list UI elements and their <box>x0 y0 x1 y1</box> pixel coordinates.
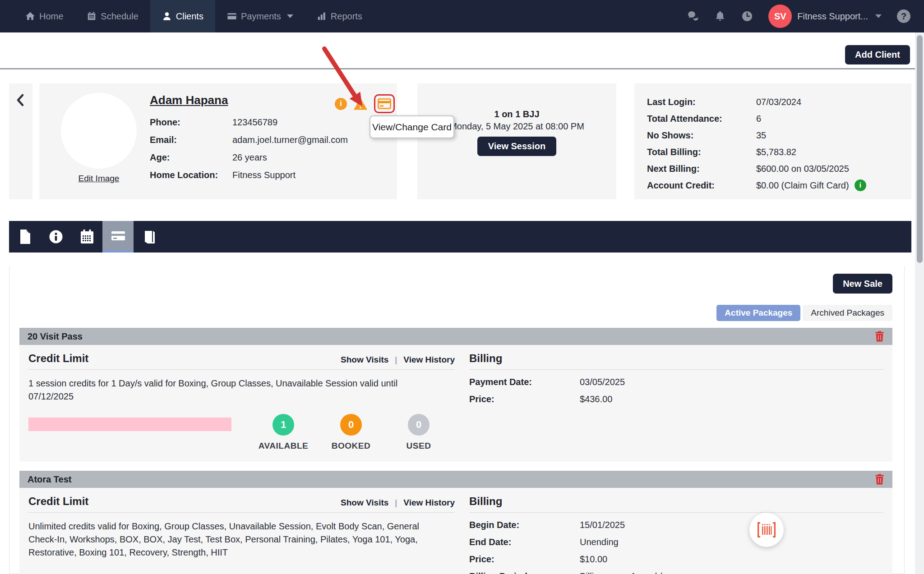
messages-icon[interactable] <box>687 10 699 22</box>
credit-limit-section: Credit Limit Show Visits | View History … <box>28 352 455 451</box>
billing-row-billing-period: Billing Period: Billing every 1 week/s <box>469 571 883 574</box>
calendar-tab-icon <box>80 229 94 244</box>
chevron-down-icon <box>287 14 293 18</box>
nav-label: Reports <box>331 11 362 22</box>
billing-row-end-date: End Date: Unending <box>469 537 883 547</box>
nav-right: SV Fitness Support... ? <box>687 0 924 32</box>
stat-account-credit: Account Credit: $0.00 (Claim Gift Card) … <box>647 180 911 190</box>
nav-item-reports[interactable]: Reports <box>305 0 374 32</box>
package-header: Atora Test <box>19 471 892 488</box>
gift-card-info-icon[interactable]: i <box>855 179 866 191</box>
archived-packages-tab[interactable]: Archived Packages <box>803 305 892 321</box>
help-icon[interactable]: ? <box>897 9 910 23</box>
stat-total-billing: Total Billing: $5,783.82 <box>647 147 911 157</box>
nav-label: Schedule <box>101 11 138 22</box>
new-sale-button[interactable]: New Sale <box>833 274 892 294</box>
info-icon[interactable]: i <box>335 98 347 110</box>
credit-counters: 1 AVAILABLE 0 BOOKED 0 USED <box>249 414 453 451</box>
upcoming-session-card: 1 on 1 BJJ Monday, 5 May 2025 at 08:00 P… <box>417 83 616 199</box>
show-visits-link[interactable]: Show Visits <box>341 355 388 365</box>
account-menu[interactable]: SV Fitness Support... <box>768 5 882 28</box>
client-status-icons: i <box>335 94 395 113</box>
nav-item-payments[interactable]: Payments <box>215 0 305 32</box>
nav-label: Home <box>39 11 63 22</box>
counter-available: 1 AVAILABLE <box>249 414 317 451</box>
card-icon <box>227 11 237 21</box>
nav-item-schedule[interactable]: Schedule <box>75 0 150 32</box>
client-field-home-location: Home Location: Fitness Support <box>150 170 348 180</box>
tab-notes[interactable] <box>134 221 165 253</box>
barcode-icon <box>757 522 776 537</box>
delete-package-button[interactable] <box>875 331 884 342</box>
chevron-down-icon <box>875 14 882 18</box>
nav-item-clients[interactable]: Clients <box>150 0 215 32</box>
active-packages-tab[interactable]: Active Packages <box>716 305 800 321</box>
links-separator: | <box>395 498 397 508</box>
account-name: Fitness Support... <box>797 11 868 22</box>
calendar-icon <box>87 11 97 21</box>
scrollbar-thumb[interactable] <box>917 35 923 263</box>
nav-label: Payments <box>241 11 281 22</box>
nav-item-home[interactable]: Home <box>14 0 75 32</box>
view-session-button[interactable]: View Session <box>477 137 556 156</box>
client-photo <box>61 93 137 169</box>
tab-documents[interactable] <box>9 221 40 253</box>
tab-schedule[interactable] <box>71 221 102 253</box>
view-history-link[interactable]: View History <box>403 498 455 508</box>
person-icon <box>162 11 172 21</box>
warning-icon[interactable] <box>353 97 368 110</box>
package-description: 1 session credits for 1 Day/s valid for … <box>28 377 444 403</box>
avatar: SV <box>768 5 792 28</box>
billing-row-begin-date: Begin Date: 15/01/2025 <box>469 520 883 530</box>
package-body: Credit Limit Show Visits | View History … <box>19 488 892 574</box>
file-icon <box>18 229 32 244</box>
client-summary-row: Edit Image Adam Hapana Phone: 123456789 … <box>0 83 924 199</box>
credit-card-tab-icon <box>111 228 125 243</box>
credit-usage-row: 1 AVAILABLE 0 BOOKED 0 USED <box>28 414 455 451</box>
show-visits-link[interactable]: Show Visits <box>341 498 388 508</box>
view-change-card-button[interactable] <box>374 94 395 113</box>
package-body: Credit Limit Show Visits | View History … <box>19 345 892 462</box>
packages-panel: New Sale Active Packages Archived Packag… <box>9 266 905 574</box>
notifications-bell-icon[interactable] <box>714 10 726 22</box>
bar-chart-icon <box>317 11 327 21</box>
billing-section: Billing Begin Date: 15/01/2025 End Date:… <box>469 495 883 574</box>
credit-limit-title: Credit Limit <box>28 495 88 508</box>
stat-no-shows: No Shows: 35 <box>647 130 911 140</box>
package-atora-test: Atora Test Credit Limit Show Visits | Vi… <box>19 471 892 574</box>
client-field-phone: Phone: 123456789 <box>150 117 348 128</box>
scrollbar-track[interactable] <box>915 32 924 574</box>
package-description: Unlimited credits valid for Boxing, Grou… <box>28 520 444 559</box>
edit-image-link[interactable]: Edit Image <box>61 174 137 184</box>
client-profile-page: Home Schedule Clients Payments Reports <box>0 0 924 574</box>
tab-info[interactable] <box>40 221 71 253</box>
stat-next-billing: Next Billing: $600.00 on 03/05/2025 <box>647 164 911 174</box>
client-info-card: Edit Image Adam Hapana Phone: 123456789 … <box>39 83 397 199</box>
delete-package-button[interactable] <box>875 474 884 485</box>
info-circle-icon <box>49 229 63 244</box>
history-clock-icon[interactable] <box>741 10 753 22</box>
credit-limit-section: Credit Limit Show Visits | View History … <box>28 495 455 574</box>
counter-used: 0 USED <box>385 414 453 451</box>
billing-title: Billing <box>469 352 502 365</box>
client-field-age: Age: 26 years <box>150 152 348 163</box>
chevron-left-icon <box>15 93 27 107</box>
nav-left: Home Schedule Clients Payments Reports <box>0 0 374 32</box>
tab-packages[interactable] <box>102 221 134 253</box>
client-section-tabs <box>9 221 911 253</box>
credit-card-icon <box>378 98 391 109</box>
package-title: Atora Test <box>28 474 71 485</box>
client-field-email: Email: adam.joel.turner@gmail.com <box>150 135 348 145</box>
credit-progress-bar <box>28 418 231 431</box>
add-client-button[interactable]: Add Client <box>845 45 910 64</box>
view-history-link[interactable]: View History <box>403 355 455 365</box>
divider <box>469 369 883 370</box>
client-name-link[interactable]: Adam Hapana <box>150 93 228 107</box>
package-header: 20 Visit Pass <box>19 328 892 345</box>
billing-row-payment-date: Payment Date: 03/05/2025 <box>469 377 883 387</box>
page-header: Add Client <box>0 32 924 69</box>
view-change-card-tooltip: View/Change Card <box>370 115 454 138</box>
scan-barcode-button[interactable] <box>749 513 784 547</box>
links-separator: | <box>395 355 397 365</box>
back-button[interactable] <box>9 83 32 199</box>
